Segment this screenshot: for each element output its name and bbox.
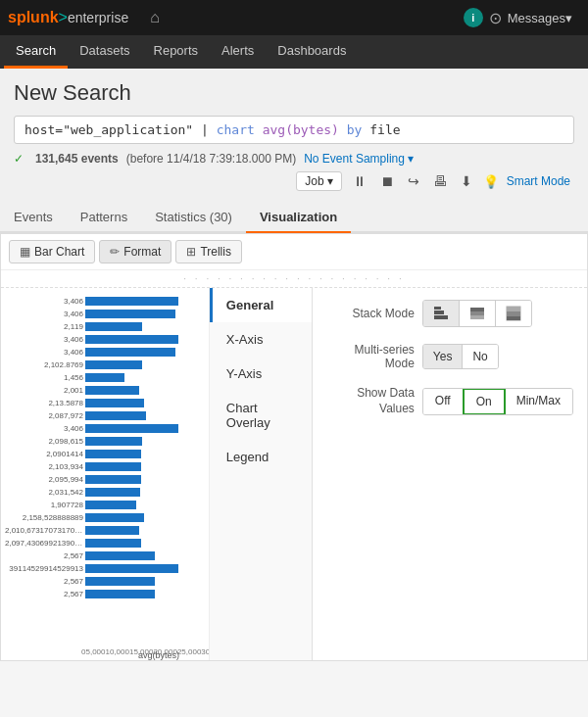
bar-fill	[85, 386, 139, 395]
svg-rect-7	[507, 307, 520, 311]
xaxis-label: 30,000	[201, 647, 209, 656]
chart-bars: 3,4063,4062,1193,4063,4062,102.87691,456…	[5, 296, 205, 609]
chart-bar-row: 2,010,6731707317072	[5, 525, 205, 536]
logo-splunk: splunk	[8, 9, 59, 26]
tab-patterns[interactable]: Patterns	[67, 203, 141, 233]
format-sidebar-chart-overlay[interactable]: Chart Overlay	[210, 391, 312, 440]
bar-label: 2,119	[5, 322, 83, 331]
bar-label: 2,031,542	[5, 488, 83, 497]
xaxis-label: 25,000	[177, 647, 201, 656]
show-data-on[interactable]: On	[463, 388, 506, 415]
tab-events[interactable]: Events	[0, 203, 67, 233]
pause-button[interactable]: ⏸	[350, 173, 369, 189]
bulb-icon: 💡	[483, 174, 499, 189]
chart-bar-row: 3,406	[5, 334, 205, 345]
bar-fill	[85, 475, 141, 484]
bar-label: 2,102.8769	[5, 360, 83, 369]
no-sampling-dropdown[interactable]: No Event Sampling ▾	[304, 152, 414, 166]
bar-label: 1,907728	[5, 501, 83, 509]
show-data-off[interactable]: Off	[423, 389, 464, 414]
logo: splunk > enterprise	[8, 9, 128, 26]
top-bar: splunk > enterprise ⌂ i ⊙ Messages▾	[0, 0, 588, 35]
nav-reports[interactable]: Reports	[142, 35, 211, 69]
bar-fill	[85, 310, 175, 318]
smart-mode-button[interactable]: Smart Mode	[507, 174, 570, 188]
chart-bar-row: 3,406	[5, 309, 205, 319]
format-icon: ✏	[110, 245, 120, 259]
chart-bar-row: 1,456	[5, 372, 205, 383]
trellis-label: Trellis	[200, 245, 231, 259]
stop-button[interactable]: ⏹	[377, 173, 397, 189]
event-count: 131,645 events	[35, 152, 119, 166]
info-icon[interactable]: i	[464, 8, 483, 27]
format-sidebar-legend[interactable]: Legend	[210, 440, 312, 474]
main-section: 3,4063,4062,1193,4063,4062,102.87691,456…	[1, 288, 587, 660]
chart-area: 3,4063,4062,1193,4063,4062,102.87691,456…	[1, 288, 210, 660]
format-sidebar: General X-Axis Y-Axis Chart Overlay Lege…	[210, 288, 313, 660]
format-sidebar-yaxis[interactable]: Y-Axis	[210, 357, 312, 391]
tab-visualization[interactable]: Visualization	[246, 203, 351, 233]
nav-dashboards[interactable]: Dashboards	[266, 35, 358, 69]
bar-fill	[85, 450, 141, 458]
bar-fill	[85, 335, 178, 344]
show-data-minmax[interactable]: Min/Max	[505, 389, 572, 414]
format-button[interactable]: ✏ Format	[99, 240, 172, 263]
multiseries-yes[interactable]: Yes	[423, 345, 464, 368]
stack-mode-stacked[interactable]	[460, 301, 496, 326]
chart-bar-row: 2,098,615	[5, 436, 205, 447]
bar-fill	[85, 539, 141, 548]
bar-label: 3,406	[5, 348, 83, 357]
bar-label: 3,406	[5, 335, 83, 344]
viz-toolbar: ▦ Bar Chart ✏ Format ⊞ Trellis	[1, 234, 587, 270]
tabs: Events Patterns Statistics (30) Visualiz…	[0, 203, 588, 233]
multiseries-label: Multi-series Mode	[326, 343, 415, 370]
print-button[interactable]: 🖶	[430, 173, 450, 189]
chart-bar-row: 2,0901414	[5, 449, 205, 459]
query-bar[interactable]: host="web_application" | chart avg(bytes…	[14, 116, 574, 144]
format-sidebar-xaxis[interactable]: X-Axis	[210, 322, 312, 357]
bar-chart-button[interactable]: ▦ Bar Chart	[9, 240, 95, 263]
format-label: Format	[123, 245, 161, 259]
xaxis-label: 5,000	[85, 647, 105, 656]
svg-rect-5	[470, 308, 484, 311]
nav-alerts[interactable]: Alerts	[210, 35, 266, 69]
bar-label: 2,097,4306992139013	[5, 539, 83, 548]
stack-mode-default[interactable]	[423, 301, 460, 326]
bar-label: 2,103,934	[5, 462, 83, 471]
chart-bar-row: 2,103,934	[5, 461, 205, 472]
event-time: (before 11/4/18 7:39:18.000 PM)	[126, 152, 296, 166]
bar-fill	[85, 437, 142, 446]
bar-fill	[85, 526, 139, 535]
query-chart: chart	[217, 122, 255, 137]
chart-bar-row: 2,567	[5, 589, 205, 599]
show-data-group: Off On Min/Max	[422, 388, 573, 415]
multiseries-no[interactable]: No	[463, 345, 497, 368]
chart-bar-row: 2,119	[5, 321, 205, 332]
chart-bar-row: 2,097,4306992139013	[5, 538, 205, 549]
xaxis-label: 10,000	[105, 647, 128, 656]
stack-mode-label: Stack Mode	[326, 307, 415, 320]
job-button[interactable]: Job ▾	[296, 171, 341, 191]
stack-mode-100[interactable]	[496, 301, 531, 326]
bar-label: 3,406	[5, 310, 83, 318]
export-button[interactable]: ⬇	[458, 173, 475, 189]
query-avg: avg(bytes)	[263, 122, 347, 137]
main-nav: Search Datasets Reports Alerts Dashboard…	[0, 35, 588, 69]
messages-button[interactable]: Messages▾	[508, 11, 572, 25]
svg-rect-8	[507, 311, 520, 316]
tab-statistics[interactable]: Statistics (30)	[141, 203, 246, 233]
bar-label: 2,13.5878	[5, 399, 83, 407]
bar-fill	[85, 488, 140, 497]
bar-fill	[85, 322, 142, 331]
nav-datasets[interactable]: Datasets	[68, 35, 141, 69]
show-data-row: Show Data Values Off On Min/Max	[326, 386, 573, 416]
share-button[interactable]: ↪	[405, 173, 422, 189]
trellis-button[interactable]: ⊞ Trellis	[175, 240, 242, 263]
chart-bar-row: 2,567	[5, 550, 205, 561]
chart-bar-row: 2,13.5878	[5, 398, 205, 408]
bar-chart-icon: ▦	[20, 245, 30, 259]
format-sidebar-general[interactable]: General	[210, 288, 312, 322]
chart-bar-row: 2,087,972	[5, 410, 205, 421]
nav-search[interactable]: Search	[4, 35, 68, 69]
svg-rect-3	[470, 315, 484, 319]
